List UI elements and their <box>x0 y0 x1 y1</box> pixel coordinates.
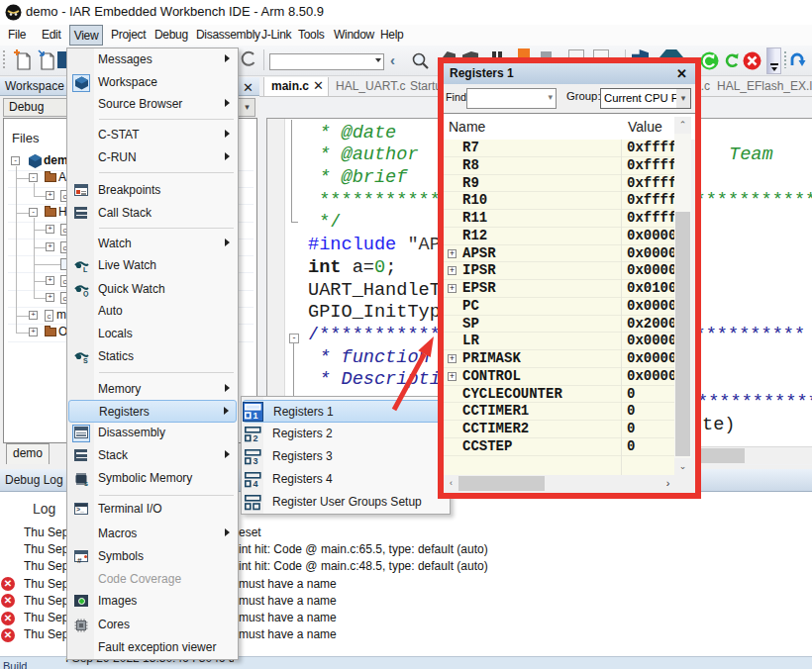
svg-text:s: s <box>84 480 88 487</box>
svg-text:Q: Q <box>83 290 89 297</box>
svg-text:S: S <box>83 357 88 364</box>
svg-text:2: 2 <box>254 433 258 442</box>
svg-text:4: 4 <box>254 479 258 488</box>
svg-text:1: 1 <box>254 411 258 420</box>
svg-text:L: L <box>83 266 88 273</box>
svg-text:3: 3 <box>254 456 258 465</box>
